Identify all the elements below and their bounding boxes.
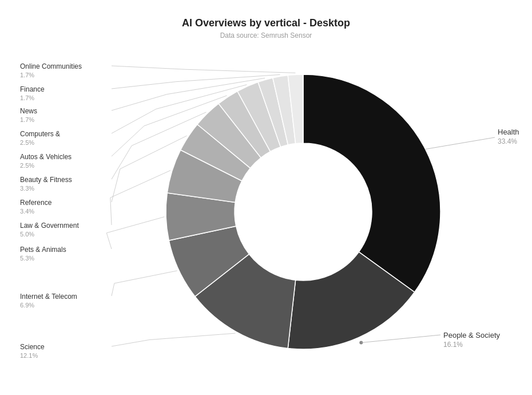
value-reference: 3.4% (20, 208, 34, 215)
label-news: News (20, 107, 37, 115)
label-reference: Reference (20, 199, 52, 207)
label-finance: Finance (20, 85, 45, 93)
label-online-communities: Online Communities (20, 62, 82, 70)
label-internet--telecom: Internet & Telecom (20, 293, 77, 301)
segment-health (303, 74, 440, 292)
value-online-communities: 1.7% (20, 72, 34, 78)
svg-line-0 (426, 137, 495, 149)
label-science: Science (20, 343, 45, 351)
chart-container: AI Overviews by vertical - Desktop Data … (0, 0, 532, 395)
value-health: 33.4% (498, 137, 517, 145)
value-finance: 1.7% (20, 94, 34, 101)
label-beauty--fitness: Beauty & Fitness (20, 176, 72, 184)
value-science: 12.1% (20, 352, 38, 359)
value-internet--telecom: 6.9% (20, 302, 34, 309)
label-law--government: Law & Government (20, 222, 79, 230)
value-autos--vehicles: 2.5% (20, 162, 34, 169)
value-people-society: 16.1% (443, 341, 463, 349)
donut-chart: Health33.4%People & Society16.1%Online C… (0, 0, 532, 395)
value-news: 1.7% (20, 116, 34, 123)
label-autos--vehicles: Autos & Vehicles (20, 153, 72, 161)
label-computers-: Computers & (20, 130, 60, 138)
label-health: Health (498, 128, 519, 136)
value-computers-: 2.5% (20, 139, 34, 146)
value-pets--animals: 5.3% (20, 255, 34, 262)
value-law--government: 5.0% (20, 231, 34, 238)
label-pets--animals: Pets & Animals (20, 246, 66, 254)
svg-line-2 (361, 335, 440, 343)
value-beauty--fitness: 3.3% (20, 185, 34, 192)
label-people-society: People & Society (443, 331, 501, 339)
